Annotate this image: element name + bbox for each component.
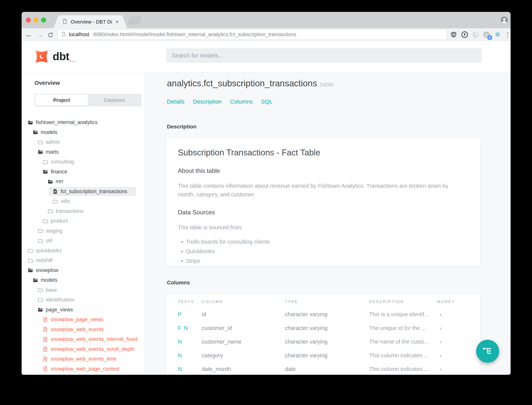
- file-outline-icon: [42, 346, 48, 352]
- tree-item-snowplow_web_events_scroll_depth[interactable]: snowplow_web_events_scroll_depth: [22, 344, 144, 354]
- folder-open-icon: [33, 129, 38, 135]
- column-name: date_month: [202, 366, 285, 372]
- folder-open-icon: [38, 149, 43, 155]
- tree-item-base[interactable]: base: [22, 285, 144, 295]
- ublock-extension-icon[interactable]: UO: [450, 31, 457, 38]
- folder-open-icon: [38, 307, 43, 313]
- new-tab-button[interactable]: [127, 16, 142, 25]
- tree-item-identification[interactable]: identification: [22, 295, 144, 305]
- tree-item-mrr[interactable]: mrr: [22, 177, 144, 187]
- column-row-date_month[interactable]: Ndate_monthdateThis column indicates ...…: [178, 362, 468, 375]
- data-sources-intro: This table is sourced from:: [178, 223, 465, 232]
- model-nav-link-columns[interactable]: Columns: [230, 98, 253, 105]
- dbt-logo-icon[interactable]: [34, 49, 49, 64]
- tree-item-fct_subscription_transactions[interactable]: fct_subscription_transactions: [22, 187, 144, 196]
- search-input[interactable]: [166, 48, 482, 63]
- reload-button[interactable]: [47, 31, 54, 38]
- tab-close-icon[interactable]: ×: [115, 19, 119, 25]
- file-outline-icon: [42, 337, 48, 342]
- lineage-graph-button[interactable]: [476, 340, 499, 363]
- disabled-extension-icon[interactable]: [472, 31, 479, 38]
- data-sources-list: Trello boards for consulting clientsQuic…: [178, 239, 468, 264]
- expand-row-chevron-icon[interactable]: ›: [437, 365, 468, 373]
- column-row-id[interactable]: Pidcharacter varyingThis is a unique ide…: [178, 308, 468, 321]
- tree-item-consulting[interactable]: consulting: [22, 157, 144, 167]
- power-extension-icon[interactable]: x: [483, 31, 490, 38]
- description-card: Subscription Transactions - Fact Table A…: [166, 138, 480, 266]
- model-nav-link-sql[interactable]: SQL: [261, 98, 272, 105]
- tab-project[interactable]: Project: [35, 94, 88, 106]
- description-section-label: Description: [167, 124, 196, 130]
- column-header-type: TYPE: [285, 299, 369, 304]
- column-name: id: [202, 311, 285, 317]
- forward-button[interactable]: →: [36, 30, 44, 39]
- url-bar[interactable]: localhost:8080/index.html#!/model/model.…: [58, 29, 447, 40]
- column-header-more: MORE?: [437, 299, 468, 304]
- column-header-tests: TESTS: [178, 299, 202, 304]
- dbt-wordmark: dbt_: [53, 50, 75, 63]
- tree-item-admin[interactable]: admin: [22, 137, 144, 147]
- folder-icon: [53, 198, 58, 204]
- tab-database[interactable]: Database: [88, 94, 141, 106]
- tree-item-models[interactable]: models: [22, 128, 144, 137]
- tree-item-label: staging: [46, 228, 62, 234]
- tree-item-label: snowplow: [36, 267, 59, 273]
- window-close-button[interactable]: [26, 18, 31, 23]
- tree-item-snowplow_web_events_internal_fixed[interactable]: snowplow_web_events_internal_fixed: [22, 334, 144, 344]
- column-tests: N: [178, 338, 202, 345]
- tree-item-models[interactable]: models: [22, 275, 144, 285]
- tree-item-product[interactable]: product: [22, 216, 144, 226]
- window-zoom-button[interactable]: [41, 18, 46, 23]
- sidebar-overview-link[interactable]: Overview: [34, 80, 60, 86]
- app-header: dbt_: [22, 41, 511, 72]
- tree-item-transactions[interactable]: transactions: [22, 206, 144, 216]
- model-nav-link-description[interactable]: Description: [193, 98, 222, 105]
- window-minimize-button[interactable]: [33, 18, 39, 23]
- column-tests: F N: [178, 325, 202, 331]
- tree-item-fishtown_internal_analytics[interactable]: fishtown_internal_analytics: [22, 117, 144, 128]
- profile-avatar-icon[interactable]: [500, 16, 508, 24]
- tree-item-quickbooks[interactable]: quickbooks: [22, 246, 144, 256]
- tree-item-snowplow_web_page_context[interactable]: snowplow_web_page_context: [22, 364, 144, 374]
- columns-table-body: Pidcharacter varyingThis is a unique ide…: [178, 308, 468, 375]
- column-name: customer_name: [202, 338, 285, 345]
- back-button[interactable]: ←: [25, 30, 33, 39]
- file-tree: fishtown_internal_analyticsmodelsadminma…: [22, 117, 144, 374]
- tree-item-util[interactable]: util: [22, 236, 144, 246]
- folder-open-icon: [42, 169, 48, 175]
- expand-row-chevron-icon[interactable]: ›: [437, 311, 468, 318]
- onepassword-extension-icon[interactable]: [461, 31, 468, 38]
- browser-menu-icon[interactable]: ⋮: [504, 31, 508, 38]
- column-row-customer_name[interactable]: Ncustomer_namecharacter varyingThe name …: [178, 335, 468, 349]
- tree-item-page_views[interactable]: page_views: [22, 305, 144, 315]
- expand-row-chevron-icon[interactable]: ›: [437, 325, 468, 332]
- column-type: character varying: [285, 352, 369, 359]
- model-nav-link-details[interactable]: Details: [167, 98, 184, 105]
- expand-row-chevron-icon[interactable]: ›: [437, 352, 468, 359]
- column-row-category[interactable]: Ncategorycharacter varyingThis column in…: [178, 349, 468, 363]
- section-divider: [167, 120, 482, 120]
- tree-item-label: identification: [46, 297, 74, 303]
- browser-tab[interactable]: Overview - DBT Docs ×: [53, 15, 127, 28]
- logo-underscore: _: [69, 50, 75, 62]
- column-tests: N: [178, 366, 202, 372]
- tree-item-snowplow_page_views[interactable]: snowplow_page_views: [22, 315, 144, 325]
- column-row-customer_id[interactable]: F Ncustomer_idcharacter varyingThe uniqu…: [178, 321, 468, 335]
- tree-item-snowplow_web_events_time[interactable]: snowplow_web_events_time: [22, 354, 144, 364]
- extension-badge: x: [487, 35, 492, 40]
- columns-section-label: Columns: [167, 280, 190, 286]
- tree-item-staging[interactable]: staging: [22, 226, 144, 236]
- snowflake-extension-icon[interactable]: ❄: [494, 31, 501, 38]
- tree-item-snowplow[interactable]: snowplow: [22, 265, 144, 275]
- expand-row-chevron-icon[interactable]: ›: [437, 338, 468, 345]
- folder-icon: [27, 258, 33, 263]
- folder-icon: [47, 208, 53, 214]
- file-outline-icon: [42, 366, 48, 372]
- tree-item-redshift[interactable]: redshift: [22, 256, 144, 265]
- tree-item-utils[interactable]: utils: [22, 196, 144, 206]
- tree-item-snowplow_web_events[interactable]: snowplow_web_events: [22, 325, 144, 335]
- lineage-icon: [482, 345, 493, 357]
- tree-item-label: snowplow_web_events_time: [51, 356, 117, 362]
- tree-item-marts[interactable]: marts: [22, 147, 144, 157]
- tree-item-finance[interactable]: finance: [22, 167, 144, 177]
